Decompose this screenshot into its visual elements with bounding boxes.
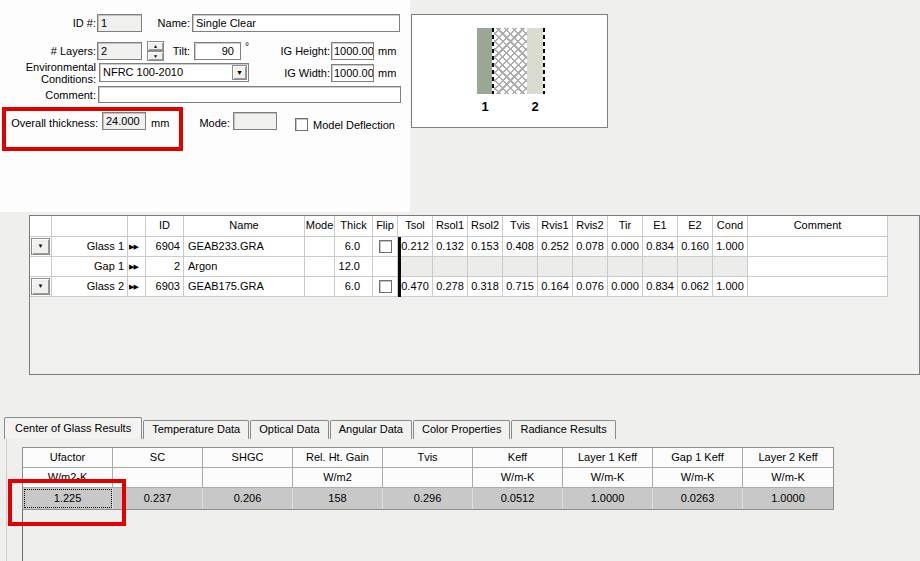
layer-2-number-label: 2	[526, 99, 544, 114]
mode-label: Mode:	[160, 117, 230, 129]
grid-column-selection-bar	[398, 237, 401, 297]
cell-id[interactable]: 6904	[146, 237, 184, 257]
result-value-keff[interactable]: 0.0512	[473, 488, 563, 509]
model-deflection-checkbox[interactable]	[295, 118, 308, 131]
cell-rsol2[interactable]: 0.153	[468, 237, 503, 257]
tab-center-of-glass-results[interactable]: Center of Glass Results	[4, 417, 142, 439]
cell-comment[interactable]	[748, 277, 888, 297]
name-field[interactable]: Single Clear	[192, 14, 400, 32]
row-menu-button[interactable]: ▼	[31, 278, 50, 295]
result-col-ufactor: Ufactor	[23, 448, 113, 468]
header-spacer	[128, 216, 146, 237]
col-header-name: Name	[184, 216, 305, 237]
cell-rsol2[interactable]: 0.318	[468, 277, 503, 297]
cell-flip	[373, 277, 398, 297]
col-header-e2: E2	[678, 216, 713, 237]
result-value-shgc[interactable]: 0.206	[203, 488, 293, 509]
header-spacer	[30, 216, 52, 237]
model-deflection-label: Model Deflection	[313, 119, 395, 131]
result-unit-rel-ht-gain: W/m2	[293, 468, 383, 488]
cell-disabled	[468, 257, 503, 277]
cell-disabled	[643, 257, 678, 277]
cell-thick[interactable]: 6.0	[335, 237, 373, 257]
cell-tsol[interactable]: 0.470	[398, 277, 433, 297]
env-label-line1: Environmental	[0, 61, 96, 73]
tab-optical-data[interactable]: Optical Data	[250, 420, 329, 439]
col-header-cond: Cond	[713, 216, 748, 237]
row-menu-cell	[30, 257, 52, 277]
result-unit	[383, 468, 473, 488]
cell-mode[interactable]	[305, 237, 335, 257]
result-value-layer2-keff[interactable]: 1.0000	[743, 488, 833, 509]
window-glazing-system-screen: ID #: 1 Name: Single Clear # Layers: 2 ▲…	[0, 0, 920, 561]
layer-2-surface-dashed-line	[543, 28, 545, 94]
row-expand-icon[interactable]: ▶▶	[128, 277, 146, 297]
ig-width-field[interactable]: 1000.00	[331, 64, 374, 82]
overall-thickness-label: Overall thickness:	[0, 117, 98, 129]
result-value-rel-ht-gain[interactable]: 158	[293, 488, 383, 509]
flip-checkbox[interactable]	[379, 280, 392, 293]
cell-tsol[interactable]: 0.212	[398, 237, 433, 257]
cell-cond[interactable]: 1.000	[713, 277, 748, 297]
cell-thick[interactable]: 6.0	[335, 277, 373, 297]
row-menu-cell: ▼	[30, 237, 52, 257]
tab-radiance-results[interactable]: Radiance Results	[511, 420, 615, 439]
cell-comment[interactable]	[748, 257, 888, 277]
cell-e1[interactable]: 0.834	[643, 237, 678, 257]
tab-color-properties[interactable]: Color Properties	[413, 420, 510, 439]
result-unit-gap1-keff: W/m-K	[653, 468, 743, 488]
tab-temperature-data[interactable]: Temperature Data	[143, 420, 249, 439]
cell-tir[interactable]: 0.000	[608, 277, 643, 297]
col-header-comment: Comment	[748, 216, 888, 237]
col-header-thick: Thick	[335, 216, 373, 237]
env-label-line2: Conditions:	[0, 73, 96, 85]
cell-rvis1[interactable]: 0.164	[538, 277, 573, 297]
row-menu-button[interactable]: ▼	[31, 238, 50, 255]
env-conditions-combobox[interactable]: NFRC 100-2010	[99, 63, 249, 82]
cell-name[interactable]: GEAB233.GRA	[184, 237, 305, 257]
cell-tir[interactable]: 0.000	[608, 237, 643, 257]
cell-disabled	[573, 257, 608, 277]
cell-rvis1[interactable]: 0.252	[538, 237, 573, 257]
tab-angular-data[interactable]: Angular Data	[330, 420, 412, 439]
result-col-layer2-keff: Layer 2 Keff	[743, 448, 833, 468]
cell-disabled	[538, 257, 573, 277]
cell-thick[interactable]: 12.0	[335, 257, 373, 277]
cell-rsol1[interactable]: 0.132	[433, 237, 468, 257]
cell-rvis2[interactable]: 0.078	[573, 237, 608, 257]
result-col-sc: SC	[113, 448, 203, 468]
cell-name[interactable]: Argon	[184, 257, 305, 277]
cell-mode[interactable]	[305, 277, 335, 297]
cell-e2[interactable]: 0.062	[678, 277, 713, 297]
result-value-layer1-keff[interactable]: 1.0000	[563, 488, 653, 509]
cell-id[interactable]: 6903	[146, 277, 184, 297]
name-label: Name:	[100, 17, 190, 29]
cell-mode[interactable]	[305, 257, 335, 277]
cell-cond[interactable]: 1.000	[713, 237, 748, 257]
flip-checkbox[interactable]	[379, 240, 392, 253]
cell-id[interactable]: 2	[146, 257, 184, 277]
cell-rsol1[interactable]: 0.278	[433, 277, 468, 297]
result-col-shgc: SHGC	[203, 448, 293, 468]
ig-height-field[interactable]: 1000.00	[331, 42, 374, 60]
comment-label: Comment:	[0, 89, 96, 101]
row-expand-icon[interactable]: ▶▶	[128, 257, 146, 277]
overall-thickness-field: 24.000	[102, 112, 146, 130]
cell-e2[interactable]: 0.160	[678, 237, 713, 257]
result-unit-layer2-keff: W/m-K	[743, 468, 833, 488]
cell-tvis[interactable]: 0.715	[503, 277, 538, 297]
cell-name[interactable]: GEAB175.GRA	[184, 277, 305, 297]
result-value-tvis[interactable]: 0.296	[383, 488, 473, 509]
result-value-sc[interactable]: 0.237	[113, 488, 203, 509]
cell-comment[interactable]	[748, 237, 888, 257]
col-header-tir: Tir	[608, 216, 643, 237]
cell-tvis[interactable]: 0.408	[503, 237, 538, 257]
result-value-gap1-keff[interactable]: 0.0263	[653, 488, 743, 509]
tab-page-left-border	[6, 439, 7, 561]
comment-field[interactable]	[98, 86, 401, 103]
row-expand-icon[interactable]: ▶▶	[128, 237, 146, 257]
result-value-ufactor[interactable]: 1.225	[23, 488, 113, 509]
mode-field	[233, 112, 277, 130]
cell-rvis2[interactable]: 0.076	[573, 277, 608, 297]
cell-e1[interactable]: 0.834	[643, 277, 678, 297]
